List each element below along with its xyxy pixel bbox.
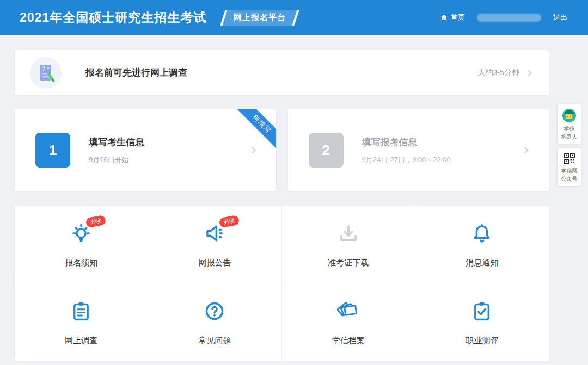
grid-item-online-survey[interactable]: 网上调查 xyxy=(15,283,148,361)
must-read-badge: 必读 xyxy=(85,215,107,228)
step-subtitle: 9月24日-27日，9:00～22:00 xyxy=(362,155,451,165)
chevron-right-icon xyxy=(526,69,534,77)
platform-badge: 网上报名平台 xyxy=(220,10,299,26)
grid-item-label: 报名须知 xyxy=(65,258,97,268)
status-ribbon: 待填写 xyxy=(235,109,275,151)
svg-text:?: ? xyxy=(42,66,45,72)
step-card-candidate-info[interactable]: 1 填写考生信息 9月16日开始 待填写 xyxy=(15,109,276,191)
grid-item-label: 职业测评 xyxy=(465,336,498,346)
step-title: 填写考生信息 xyxy=(89,136,144,149)
floating-widgets: 学信 机器人 学信网 公众号 xyxy=(558,104,581,186)
grid-item-label: 消息通知 xyxy=(465,258,498,268)
app-header: 2021年全国硕士研究生招生考试 网上报名平台 首页 退出 xyxy=(0,0,588,35)
grid-item-xuexin-archives[interactable]: 学信档案 xyxy=(282,283,415,361)
grid-item-signup-notice[interactable]: 必读 报名须知 xyxy=(15,206,148,283)
step-card-application-info[interactable]: 2 填写报考信息 9月24日-27日，9:00～22:00 xyxy=(288,109,549,191)
grid-item-notifications[interactable]: 消息通知 xyxy=(415,206,549,283)
widget-label: 学信 机器人 xyxy=(561,125,578,141)
download-icon xyxy=(337,222,360,245)
header-nav: 首页 退出 xyxy=(440,13,567,22)
platform-badge-label: 网上报名平台 xyxy=(234,13,286,23)
step-number-badge: 1 xyxy=(35,133,70,168)
grid-item-career-assessment[interactable]: 职业测评 xyxy=(415,283,549,361)
grid-item-announcements[interactable]: 必读 网报公告 xyxy=(148,206,281,283)
robot-icon xyxy=(562,108,577,123)
step-subtitle: 9月16日开始 xyxy=(89,155,144,165)
clipboard-icon xyxy=(70,300,93,323)
grid-item-label: 准考证下载 xyxy=(328,258,369,268)
question-icon xyxy=(203,300,226,323)
grid-item-label: 网报公告 xyxy=(198,258,231,268)
home-icon xyxy=(440,14,448,21)
must-read-badge: 必读 xyxy=(219,215,240,228)
survey-duration: 大约3-5分钟 xyxy=(478,68,519,78)
grid-item-label: 网上调查 xyxy=(65,336,97,346)
widget-wechat-qrcode[interactable]: 学信网 公众号 xyxy=(558,148,581,186)
survey-banner[interactable]: ? 报名前可先进行网上调查 大约3-5分钟 xyxy=(15,50,549,95)
assessment-icon xyxy=(470,300,493,323)
step-title: 填写报考信息 xyxy=(362,136,451,149)
archive-icon xyxy=(337,300,360,323)
nav-home[interactable]: 首页 xyxy=(440,13,465,22)
widget-xuexin-robot[interactable]: 学信 机器人 xyxy=(558,104,581,144)
app-title: 2021年全国硕士研究生招生考试 xyxy=(20,9,206,26)
grid-item-label: 学信档案 xyxy=(332,336,365,346)
bell-icon xyxy=(470,222,493,245)
survey-doc-icon: ? xyxy=(30,57,62,89)
grid-item-admission-ticket-download[interactable]: 准考证下载 xyxy=(282,206,415,283)
nav-home-label: 首页 xyxy=(451,13,465,22)
survey-banner-title: 报名前可先进行网上调查 xyxy=(85,66,187,79)
username-redacted xyxy=(477,14,541,22)
logout-link[interactable]: 退出 xyxy=(553,13,567,22)
steps-row: 1 填写考生信息 9月16日开始 待填写 2 填写报考信息 9月24日-27日，… xyxy=(15,109,549,191)
grid-item-faq[interactable]: 常见问题 xyxy=(148,283,281,361)
chevron-right-icon xyxy=(250,146,258,154)
step-number-badge: 2 xyxy=(309,133,344,168)
function-grid: 必读 报名须知 必读 网报公告 准考证下载 xyxy=(15,206,549,361)
qrcode-icon xyxy=(563,152,576,165)
chevron-right-icon xyxy=(523,146,530,154)
widget-label: 学信网 公众号 xyxy=(561,167,578,183)
grid-item-label: 常见问题 xyxy=(198,336,231,346)
